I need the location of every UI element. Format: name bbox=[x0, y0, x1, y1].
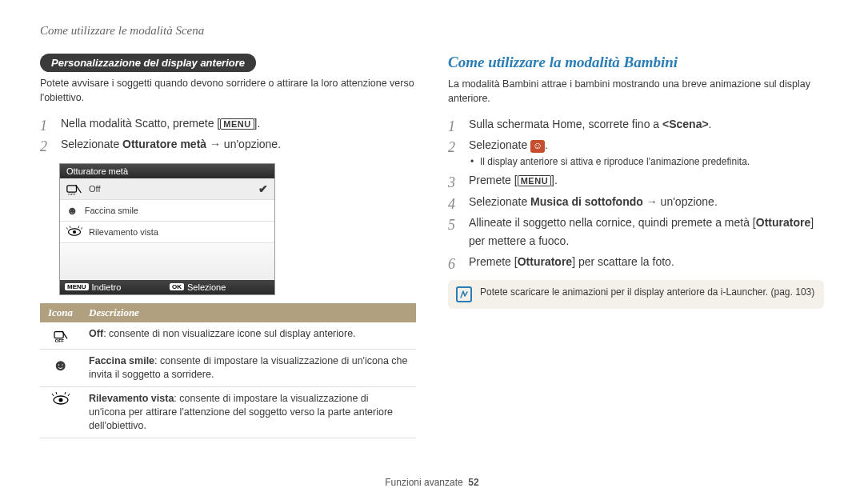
step-text: Selezionate bbox=[469, 195, 530, 208]
step-text: Sulla schermata Home, scorrete fino a bbox=[469, 118, 662, 130]
step-text: ]. bbox=[551, 174, 558, 186]
step-text: . bbox=[545, 138, 548, 151]
step-text: ] per scattare la foto. bbox=[572, 255, 674, 268]
step-text: Selezionate bbox=[469, 138, 530, 151]
page-number: 52 bbox=[468, 477, 478, 488]
table-row: ☻ Faccina smile: consente di impostare l… bbox=[40, 350, 416, 387]
svg-text:OFF: OFF bbox=[54, 338, 64, 343]
intro-text: Potete avvisare i soggetti quando devono… bbox=[40, 77, 416, 105]
menu-row-smile: ☻ Faccina smile bbox=[60, 200, 274, 222]
step-text: ]. bbox=[254, 117, 261, 130]
left-column: Personalizzazione del display anteriore … bbox=[40, 54, 416, 438]
table-cell: Faccina smile: consente di impostare la … bbox=[81, 350, 416, 387]
menu-key-icon: MENU bbox=[220, 118, 254, 130]
table-cell: Rilevamento vista: consente di impostare… bbox=[81, 387, 416, 438]
step-6: Premete [Otturatore] per scattare la fot… bbox=[448, 253, 824, 270]
step-2: Selezionate . Il display anteriore si at… bbox=[448, 136, 824, 168]
step-text: → un'opzione. bbox=[206, 138, 281, 150]
info-text: Potete scaricare le animazioni per il di… bbox=[480, 286, 814, 298]
step-5: Allineate il soggetto nella cornice, qui… bbox=[448, 214, 824, 250]
smile-icon: ☻ bbox=[40, 350, 81, 387]
table-header-icona: Icona bbox=[40, 303, 81, 322]
step-4: Selezionate Musica di sottofondo → un'op… bbox=[448, 193, 824, 210]
menu-footer: MENUIndietro OKSelezione bbox=[60, 280, 274, 294]
menu-title: Otturatore metà bbox=[60, 164, 274, 178]
ok-key: OK bbox=[170, 283, 184, 290]
right-steps: Sulla schermata Home, scorrete fino a <S… bbox=[448, 115, 824, 270]
menu-empty-area bbox=[60, 243, 274, 280]
svg-text:OFF: OFF bbox=[68, 193, 76, 195]
menu-row-vista: Rilevamento vista bbox=[60, 222, 274, 243]
section-pill: Personalizzazione del display anteriore bbox=[40, 54, 256, 72]
step-1: Sulla schermata Home, scorrete fino a <S… bbox=[448, 115, 824, 133]
step-text: Premete [ bbox=[469, 174, 518, 186]
step-text: . bbox=[709, 118, 712, 130]
table-bold: Rilevamento vista bbox=[89, 393, 174, 404]
table-row: Rilevamento vista: consente di impostare… bbox=[40, 387, 416, 438]
smile-icon: ☻ bbox=[66, 204, 78, 217]
step-text-bold: Otturatore bbox=[756, 216, 810, 229]
table-row: OFF Off: consente di non visualizzare ic… bbox=[40, 322, 416, 350]
left-steps: Nella modalità Scatto, premete [MENU]. S… bbox=[40, 114, 416, 154]
intro-text: La modalità Bambini attrae i bambini mos… bbox=[448, 78, 824, 106]
info-note: Potete scaricare le animazioni per il di… bbox=[448, 280, 824, 309]
table-bold: Faccina smile bbox=[89, 355, 154, 366]
menu-footer-label: Indietro bbox=[92, 282, 122, 292]
svg-point-4 bbox=[73, 230, 76, 234]
step-subtext: Il display anteriore si attiva e riprodu… bbox=[469, 156, 824, 169]
svg-point-9 bbox=[58, 398, 62, 402]
step-text-bold: Otturatore bbox=[518, 255, 572, 268]
camera-menu-screenshot: Otturatore metà OFF Off ✔ ☻ Faccina smil… bbox=[59, 163, 275, 295]
menu-key-icon: MENU bbox=[518, 175, 551, 186]
menu-row-label: Off bbox=[89, 184, 100, 194]
step-text-bold: Otturatore metà bbox=[122, 138, 206, 150]
step-text: Premete [ bbox=[469, 255, 518, 268]
footer-label: Funzioni avanzate bbox=[385, 477, 462, 488]
page-footer: Funzioni avanzate 52 bbox=[0, 477, 864, 488]
menu-footer-label: Selezione bbox=[187, 282, 226, 292]
svg-rect-0 bbox=[67, 186, 77, 192]
section-title-bambini: Come utilizzare la modalità Bambini bbox=[448, 54, 824, 71]
menu-row-label: Rilevamento vista bbox=[89, 227, 158, 237]
step-1: Nella modalità Scatto, premete [MENU]. bbox=[40, 114, 416, 132]
table-cell: Off: consente di non visualizzare icone … bbox=[81, 322, 416, 350]
menu-row-label: Faccina smile bbox=[85, 206, 138, 215]
table-header-descrizione: Descrizione bbox=[81, 303, 416, 322]
right-column: Come utilizzare la modalità Bambini La m… bbox=[448, 54, 824, 438]
step-2: Selezionate Otturatore metà → un'opzione… bbox=[40, 135, 416, 153]
eye-icon bbox=[66, 226, 82, 238]
bambini-mode-icon bbox=[530, 140, 545, 153]
svg-rect-5 bbox=[54, 331, 63, 338]
menu-row-off: OFF Off ✔ bbox=[60, 178, 274, 200]
table-bold: Off bbox=[89, 328, 103, 339]
step-text: Nella modalità Scatto, premete [ bbox=[61, 117, 220, 130]
eye-icon bbox=[40, 387, 81, 438]
step-text: Selezionate bbox=[61, 138, 122, 150]
step-text-bold: Musica di sottofondo bbox=[530, 195, 643, 208]
icon-description-table: Icona Descrizione OFF Off: consente di n… bbox=[40, 303, 416, 438]
breadcrumb: Come utilizzare le modalità Scena bbox=[40, 24, 824, 38]
off-icon: OFF bbox=[66, 182, 82, 195]
step-text-bold: <Scena> bbox=[662, 118, 709, 130]
check-icon: ✔ bbox=[258, 182, 268, 195]
step-text: → un'opzione. bbox=[643, 195, 718, 208]
info-icon bbox=[456, 286, 472, 302]
off-icon: OFF bbox=[40, 322, 81, 350]
menu-key: MENU bbox=[65, 283, 89, 290]
step-3: Premete [MENU]. bbox=[448, 171, 824, 189]
step-text: Allineate il soggetto nella cornice, qui… bbox=[469, 216, 756, 229]
